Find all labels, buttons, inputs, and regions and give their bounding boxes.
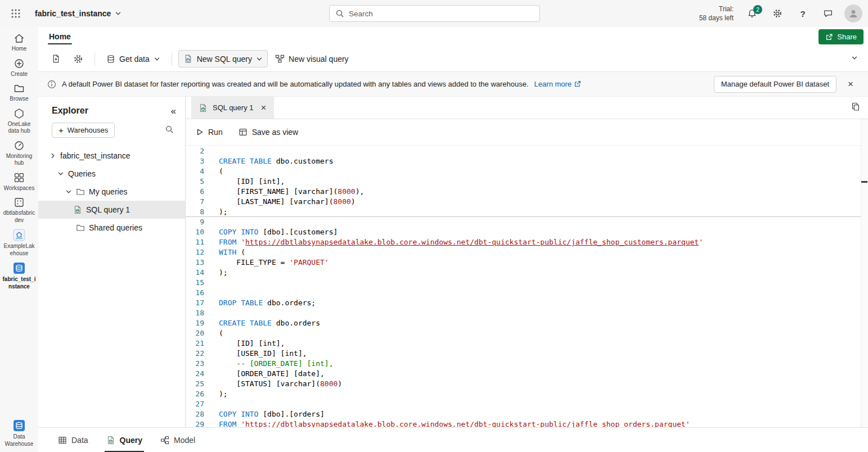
run-icon: [196, 128, 204, 136]
code-line: 2: [186, 146, 861, 156]
code-line: 13 FILE_TYPE = 'PARQUET': [186, 257, 861, 268]
gear-icon: [73, 54, 83, 64]
settings-button[interactable]: [768, 4, 786, 22]
code-line-text: [USER_ID] [int],: [212, 349, 307, 359]
code-line: 23 -- [ORDER_DATE] [int],: [186, 359, 861, 369]
line-number: 27: [186, 399, 212, 409]
home-icon: [14, 33, 25, 44]
code-line-text: COPY INTO [dbo].[customers]: [212, 227, 338, 237]
tab-sql-query-1[interactable]: SQL query 1 ×: [191, 97, 274, 119]
add-warehouses-button[interactable]: + Warehouses: [52, 123, 115, 138]
explorer-search-button[interactable]: [165, 125, 174, 135]
view-switcher-bar: DataQueryModel: [38, 427, 868, 452]
share-button[interactable]: Share: [818, 29, 863, 44]
code-line: 24 [ORDER_DATE] [date],: [186, 369, 861, 379]
rail-item-create[interactable]: Create: [1, 58, 38, 78]
account-avatar[interactable]: [844, 4, 862, 22]
code-line-text: [212, 146, 219, 156]
banner-close-button[interactable]: ×: [842, 76, 859, 93]
code-editor[interactable]: 23CREATE TABLE dbo.customers4(5 [ID] [in…: [186, 146, 861, 427]
search-input[interactable]: [349, 10, 534, 18]
code-line-text: CREATE TABLE dbo.orders: [212, 318, 320, 328]
tree-item-label: Queries: [68, 169, 96, 178]
new-sql-query-button[interactable]: New SQL query: [178, 50, 268, 67]
workspace-icon: [14, 197, 25, 208]
code-line: 20(: [186, 328, 861, 338]
dataset-info-banner: A default Power BI dataset for faster re…: [38, 72, 868, 97]
tab-home[interactable]: Home: [47, 28, 73, 45]
line-number: 23: [186, 359, 212, 369]
editor-tab-bar: SQL query 1 ×: [186, 97, 868, 119]
code-line: 12WITH (: [186, 247, 861, 257]
warehouses-button-label: Warehouses: [68, 126, 109, 134]
code-line-text: [LAST_NAME] [varchar](8000): [212, 197, 356, 207]
rail-item-dbtlabsfabricdev[interactable]: dbtlabsfabricdev: [1, 197, 38, 224]
line-number: 22: [186, 349, 212, 359]
rail-item-monitoring-hub[interactable]: Monitoring hub: [1, 140, 38, 167]
explorer-collapse-button[interactable]: «: [171, 106, 176, 116]
banner-message: A default Power BI dataset for faster re…: [62, 80, 529, 88]
tab-close-button[interactable]: ×: [259, 102, 269, 113]
code-line: 16: [186, 288, 861, 298]
close-icon: ×: [848, 79, 853, 89]
feedback-button[interactable]: [819, 4, 837, 22]
code-line-text: COPY INTO [dbo].[orders]: [212, 409, 325, 419]
app-launcher-button[interactable]: [6, 3, 26, 24]
chevron-down-icon: [57, 170, 64, 177]
explorer-panel: Explorer « + Warehouses fabric_test_inst…: [38, 97, 186, 427]
code-line: 15: [186, 278, 861, 288]
line-number: 15: [186, 278, 212, 288]
rail-item-data-warehouse[interactable]: Data Warehouse: [1, 419, 38, 448]
help-button[interactable]: ?: [794, 4, 812, 22]
explorer-title: Explorer: [52, 106, 88, 116]
manage-dataset-button[interactable]: Manage default Power BI dataset: [714, 76, 836, 93]
tree-item-label: My queries: [89, 187, 127, 196]
warehouse-settings-button[interactable]: [68, 50, 88, 68]
editor-scrollbar[interactable]: [861, 119, 868, 427]
learn-more-link[interactable]: Learn more: [534, 80, 581, 88]
trial-status: Trial: 58 days left: [699, 4, 734, 22]
tree-item-fabric-test-instance[interactable]: fabric_test_instance: [38, 147, 185, 165]
code-line-text: (: [212, 328, 223, 338]
run-button[interactable]: Run: [196, 128, 223, 137]
ribbon-collapse-button[interactable]: [851, 54, 858, 63]
new-query-button[interactable]: [46, 50, 66, 67]
notifications-button[interactable]: 2: [743, 4, 761, 22]
tree-item-my-queries[interactable]: My queries: [38, 183, 185, 201]
rail-item-browse[interactable]: Browse: [1, 83, 38, 103]
rail-item-label: fabric_test_instance: [1, 276, 38, 290]
tree-item-sql-query-1[interactable]: SQL query 1: [38, 201, 185, 219]
rail-item-home[interactable]: Home: [1, 33, 38, 53]
view-tab-query[interactable]: Query: [105, 428, 144, 452]
code-line: 3CREATE TABLE dbo.customers: [186, 156, 861, 166]
query-icon: [106, 436, 115, 445]
tree-item-shared-queries[interactable]: Shared queries: [38, 219, 185, 237]
get-data-button[interactable]: Get data: [101, 51, 165, 67]
workspace-title-dropdown[interactable]: fabric_test_instance: [35, 9, 122, 18]
line-number: 19: [186, 318, 212, 328]
new-visual-query-button[interactable]: New visual query: [270, 50, 354, 67]
tree-item-label: SQL query 1: [86, 205, 130, 214]
line-number: 24: [186, 369, 212, 379]
rail-item-workspaces[interactable]: Workspaces: [1, 172, 38, 192]
code-line: 10COPY INTO [dbo].[customers]: [186, 227, 861, 237]
info-icon: [47, 80, 56, 89]
ribbon: Get data New SQL query New visual query: [38, 46, 868, 72]
rail-item-fabric-test-instance[interactable]: fabric_test_instance: [1, 262, 38, 290]
save-as-view-button[interactable]: Save as view: [239, 128, 298, 137]
ribbon-tab-row: Home Share: [38, 27, 868, 46]
rail-item-label: Home: [10, 46, 29, 53]
view-tab-model[interactable]: Model: [159, 428, 197, 452]
rail-item-examplelakehouse[interactable]: ExampleLakehouse: [1, 229, 38, 257]
copy-button[interactable]: [851, 102, 860, 113]
nav-rail: HomeCreateBrowseOneLake data hubMonitori…: [0, 27, 38, 452]
view-tab-data[interactable]: Data: [56, 428, 90, 452]
code-line: 21 [ID] [int],: [186, 338, 861, 349]
code-line-text: [STATUS] [varchar](8000): [212, 379, 342, 389]
tree-item-queries[interactable]: Queries: [38, 165, 185, 183]
code-line-text: [ID] [int],: [212, 338, 285, 349]
rail-item-onelake-data-hub[interactable]: OneLake data hub: [1, 108, 38, 135]
code-line-text: [ORDER_DATE] [date],: [212, 369, 325, 379]
line-number: 17: [186, 298, 212, 308]
new-visual-query-label: New visual query: [289, 55, 349, 64]
